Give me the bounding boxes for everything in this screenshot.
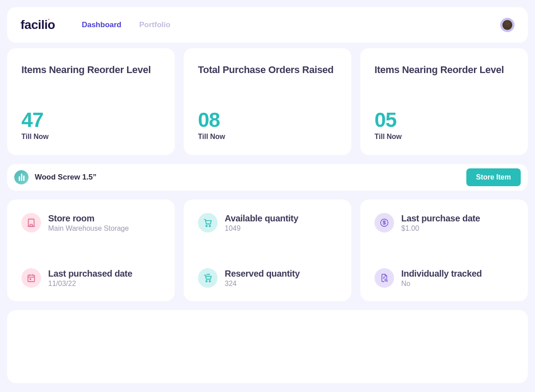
detail-value: 324 (225, 280, 300, 288)
detail-reserved-qty: Reserved quantity 324 (198, 268, 337, 288)
detail-card-3: Last purchase date $1.00 Individually tr… (360, 200, 528, 301)
cart-icon (198, 213, 218, 233)
svg-point-11 (209, 225, 210, 227)
cart-download-icon (198, 268, 218, 288)
detail-label: Individually tracked (401, 269, 482, 279)
svg-point-13 (209, 281, 210, 282)
svg-point-10 (206, 225, 207, 227)
avatar-image (502, 20, 512, 30)
detail-label: Last purchase date (401, 213, 480, 224)
stat-card-reorder-2: Items Nearing Reorder Level 05 Till Now (360, 48, 528, 155)
detail-last-purchased-date: Last purchased date 11/03/22 (21, 268, 160, 288)
detail-available-qty: Available quantity 1049 (198, 213, 337, 233)
detail-label: Store room (48, 213, 129, 224)
item-thumbnail-icon (14, 170, 29, 184)
detail-card-1: Store room Main Warehouse Storage Last p… (7, 200, 175, 301)
svg-rect-9 (29, 278, 31, 280)
stat-title: Total Purchase Orders Raised (198, 64, 337, 76)
building-icon (21, 213, 41, 233)
dollar-icon (374, 213, 394, 233)
details-row: Store room Main Warehouse Storage Last p… (7, 200, 528, 301)
svg-rect-5 (28, 275, 35, 282)
stats-row: Items Nearing Reorder Level 47 Till Now … (7, 48, 528, 155)
store-item-button[interactable]: Store Item (466, 168, 521, 186)
avatar[interactable] (500, 18, 514, 32)
stat-title: Items Nearing Reorder Level (374, 64, 514, 76)
detail-value: No (401, 280, 482, 288)
detail-value: $1.00 (401, 225, 480, 233)
stat-value: 05 (374, 110, 514, 130)
detail-value: 11/03/22 (48, 280, 132, 288)
stat-card-reorder-1: Items Nearing Reorder Level 47 Till Now (7, 48, 175, 155)
item-name: Wood Screw 1.5” (35, 173, 466, 182)
detail-store-room: Store room Main Warehouse Storage (21, 213, 160, 233)
nav-portfolio[interactable]: Portfolio (139, 20, 170, 29)
header-bar: facilio Dashboard Portfolio (7, 7, 528, 43)
bottom-panel (7, 310, 528, 383)
stat-sub: Till Now (21, 133, 160, 141)
stat-title: Items Nearing Reorder Level (21, 64, 160, 76)
document-search-icon (374, 268, 394, 288)
svg-point-20 (385, 279, 387, 281)
nav: Dashboard Portfolio (82, 20, 500, 29)
item-bar: Wood Screw 1.5” Store Item (7, 164, 528, 191)
detail-card-2: Available quantity 1049 Reserved quantit… (184, 200, 351, 301)
calendar-icon (21, 268, 41, 288)
nav-dashboard[interactable]: Dashboard (82, 20, 121, 29)
svg-point-12 (206, 281, 207, 282)
svg-line-21 (387, 281, 388, 282)
detail-value: Main Warehouse Storage (48, 225, 129, 233)
stat-card-purchase-orders: Total Purchase Orders Raised 08 Till Now (184, 48, 351, 155)
detail-value: 1049 (225, 225, 298, 233)
detail-individually-tracked: Individually tracked No (374, 268, 514, 288)
detail-label: Last purchased date (48, 269, 132, 279)
stat-sub: Till Now (198, 133, 337, 141)
logo: facilio (21, 18, 55, 32)
stat-value: 08 (198, 110, 337, 130)
detail-label: Available quantity (225, 213, 298, 224)
detail-last-purchase-price: Last purchase date $1.00 (374, 213, 514, 233)
stat-sub: Till Now (374, 133, 514, 141)
detail-label: Reserved quantity (225, 269, 300, 279)
svg-rect-0 (29, 219, 34, 227)
stat-value: 47 (21, 110, 160, 130)
